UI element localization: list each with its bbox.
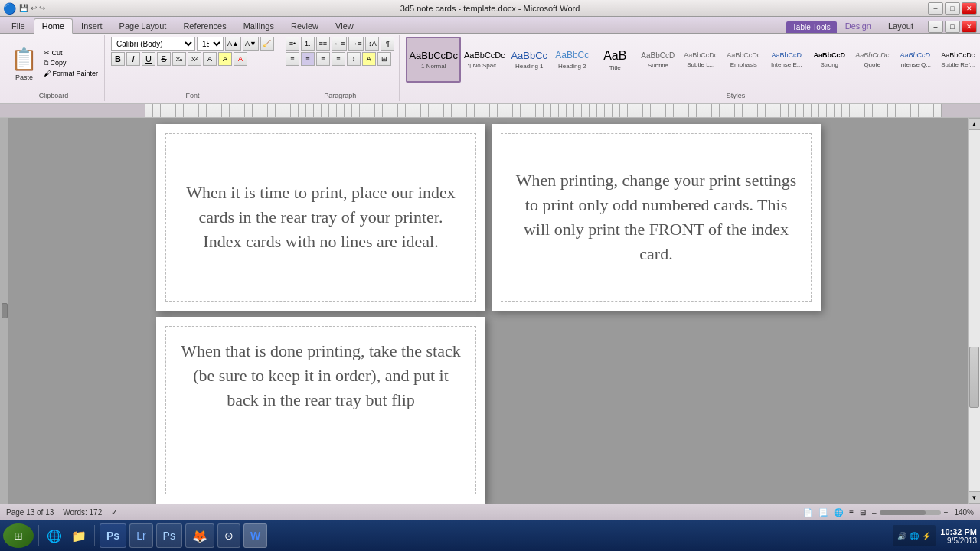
bullets-button[interactable]: ≡• — [286, 37, 299, 51]
style-heading2[interactable]: AaBbCc Heading 2 — [551, 37, 593, 83]
maximize-button[interactable]: □ — [945, 2, 960, 15]
show-hide-button[interactable]: ¶ — [381, 37, 394, 51]
style-intense-em[interactable]: AaBbCcD Intense E... — [766, 37, 808, 83]
style-no-spacing[interactable]: AaBbCcDc ¶ No Spac... — [462, 37, 508, 83]
zoom-plus[interactable]: + — [944, 508, 949, 517]
font-size-select[interactable]: 18 — [197, 37, 224, 51]
taskbar: ⊞ 🌐 📁 Ps Lr Ps 🦊 ⊙ W 🔊 🌐 ⚡ — [0, 520, 980, 551]
view-outline-button[interactable]: ≡ — [849, 508, 854, 517]
minimize-button[interactable]: – — [928, 2, 943, 15]
underline-button[interactable]: U — [142, 52, 155, 66]
card-inner-1: When it is time to print, place our inde… — [165, 133, 476, 302]
justify-button[interactable]: ≡ — [332, 52, 345, 66]
increase-indent-button[interactable]: →≡ — [348, 37, 364, 51]
ribbon-close[interactable]: ✕ — [962, 21, 977, 33]
shading-button[interactable]: A — [362, 52, 376, 66]
strikethrough-button[interactable]: S — [157, 52, 171, 66]
style-subtle-ref[interactable]: AaBbCcDc Subtle Ref... — [937, 37, 979, 83]
numbering-button[interactable]: 1. — [301, 37, 315, 51]
line-spacing-button[interactable]: ↕ — [347, 52, 361, 66]
tray-icon-3: ⚡ — [922, 532, 931, 540]
clock[interactable]: 10:32 PM 9/5/2013 — [940, 527, 977, 545]
scroll-track[interactable] — [969, 130, 980, 491]
zoom-slider[interactable] — [880, 510, 941, 515]
left-panel-handle[interactable] — [2, 303, 8, 318]
highlight-button[interactable]: A — [218, 52, 232, 66]
tab-references[interactable]: References — [175, 18, 234, 33]
align-right-button[interactable]: ≡ — [316, 52, 330, 66]
style-intense-q[interactable]: AaBbCcD Intense Q... — [894, 37, 936, 83]
zoom-minus[interactable]: – — [872, 508, 877, 517]
window-ribbon-controls: – □ ✕ — [928, 21, 977, 33]
ribbon-minimize[interactable]: – — [928, 21, 943, 33]
tab-home[interactable]: Home — [34, 18, 73, 34]
clipboard-content: 📋 Paste ✂ Cut ⧉ Copy 🖌 Format Painter — [8, 37, 100, 89]
tab-review[interactable]: Review — [283, 18, 327, 33]
view-draft-button[interactable]: ⊟ — [860, 508, 866, 517]
taskbar-firefox[interactable]: 🦊 — [185, 523, 214, 548]
taskbar-explorer[interactable]: 📁 — [68, 523, 90, 548]
style-emphasis[interactable]: AaBbCcDc Emphasis — [723, 37, 765, 83]
title-bar: 🔵 💾 ↩ ↪ 3d5 note cards - template.docx -… — [0, 0, 980, 17]
view-full-button[interactable]: 📃 — [818, 508, 828, 517]
track-changes-icon: ✓ — [111, 507, 118, 517]
italic-button[interactable]: I — [126, 52, 140, 66]
view-web-button[interactable]: 🌐 — [834, 508, 843, 517]
tab-page-layout[interactable]: Page Layout — [111, 18, 175, 33]
format-painter-button[interactable]: 🖌 Format Painter — [42, 69, 100, 78]
taskbar-chrome[interactable]: ⊙ — [217, 523, 240, 548]
style-quote[interactable]: AaBbCcDc Quote — [851, 37, 893, 83]
taskbar-ps[interactable]: Ps — [100, 523, 126, 548]
style-normal[interactable]: AaBbCcDc 1 Normal — [406, 37, 461, 83]
styles-label: Styles — [727, 90, 746, 99]
subscript-button[interactable]: X₂ — [172, 52, 186, 66]
close-button[interactable]: ✕ — [962, 2, 977, 15]
document-area: When it is time to print, place our inde… — [9, 118, 968, 504]
paste-button[interactable]: 📋 — [8, 45, 41, 73]
font-group: Calibri (Body) 18 A▲ A▼ 🧹 B I U S X₂ X² — [106, 35, 279, 101]
shrink-font-button[interactable]: A▼ — [243, 37, 259, 51]
cut-button[interactable]: ✂ Cut — [42, 48, 100, 57]
table-tools-label: Table Tools — [792, 23, 831, 31]
tab-mailings[interactable]: Mailings — [235, 18, 283, 33]
taskbar-ps2[interactable]: Ps — [156, 523, 182, 548]
text-effects-button[interactable]: A — [203, 52, 217, 66]
tab-view[interactable]: View — [327, 18, 362, 33]
copy-button[interactable]: ⧉ Copy — [42, 58, 100, 68]
style-subtitle[interactable]: AaBbCcD Subtitle — [637, 37, 679, 83]
card-text-3: When that is done printing, take the sta… — [178, 339, 463, 412]
style-heading1[interactable]: AaBbCc Heading 1 — [508, 37, 550, 83]
clear-format-button[interactable]: 🧹 — [260, 37, 274, 51]
align-center-button[interactable]: ≡ — [301, 52, 315, 66]
style-title[interactable]: AaB Title — [594, 37, 636, 83]
font-color-button[interactable]: A — [234, 52, 247, 66]
bold-button[interactable]: B — [111, 52, 125, 66]
start-button[interactable]: ⊞ — [3, 523, 34, 548]
sort-button[interactable]: ↕A — [365, 37, 379, 51]
tab-insert[interactable]: Insert — [73, 18, 111, 33]
clipboard-label: Clipboard — [39, 90, 69, 99]
scroll-down-button[interactable]: ▼ — [969, 491, 981, 504]
borders-button[interactable]: ⊞ — [377, 52, 391, 66]
tab-design[interactable]: Design — [837, 18, 880, 33]
taskbar-word[interactable]: W — [243, 523, 267, 548]
superscript-button[interactable]: X² — [188, 52, 201, 66]
tab-file[interactable]: File — [3, 18, 34, 33]
font-name-select[interactable]: Calibri (Body) — [111, 37, 195, 51]
status-left: Page 13 of 13 Words: 172 ✓ — [6, 507, 118, 517]
style-subtle-em[interactable]: AaBbCcDc Subtle L... — [680, 37, 722, 83]
multilevel-button[interactable]: ≡≡ — [316, 37, 330, 51]
tab-layout[interactable]: Layout — [880, 18, 922, 33]
align-left-button[interactable]: ≡ — [286, 52, 299, 66]
ribbon-restore[interactable]: □ — [945, 21, 960, 33]
taskbar-ie[interactable]: 🌐 — [44, 523, 65, 548]
view-print-button[interactable]: 📄 — [803, 508, 812, 517]
taskbar-lr[interactable]: Lr — [129, 523, 152, 548]
scroll-thumb[interactable] — [969, 347, 979, 408]
title-bar-left: 🔵 💾 ↩ ↪ — [3, 2, 45, 15]
grow-font-button[interactable]: A▲ — [225, 37, 241, 51]
scroll-up-button[interactable]: ▲ — [969, 118, 981, 130]
decrease-indent-button[interactable]: ←≡ — [332, 37, 347, 51]
ruler-margin-right — [942, 104, 980, 117]
style-strong[interactable]: AaBbCcD Strong — [808, 37, 851, 83]
